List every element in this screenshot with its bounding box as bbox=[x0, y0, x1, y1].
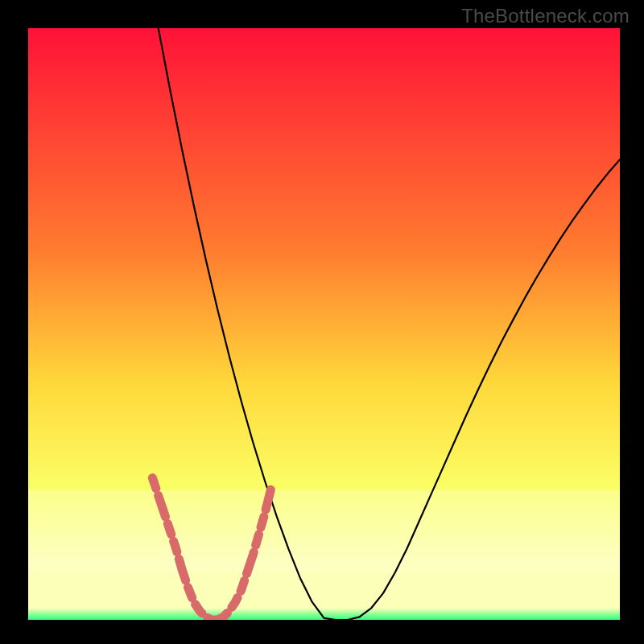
light-band bbox=[28, 489, 620, 572]
plot-area bbox=[28, 28, 620, 620]
chart-svg bbox=[28, 28, 620, 620]
chart-container: { "watermark": "TheBottleneck.com", "col… bbox=[0, 0, 644, 644]
watermark-label: TheBottleneck.com bbox=[461, 5, 630, 27]
